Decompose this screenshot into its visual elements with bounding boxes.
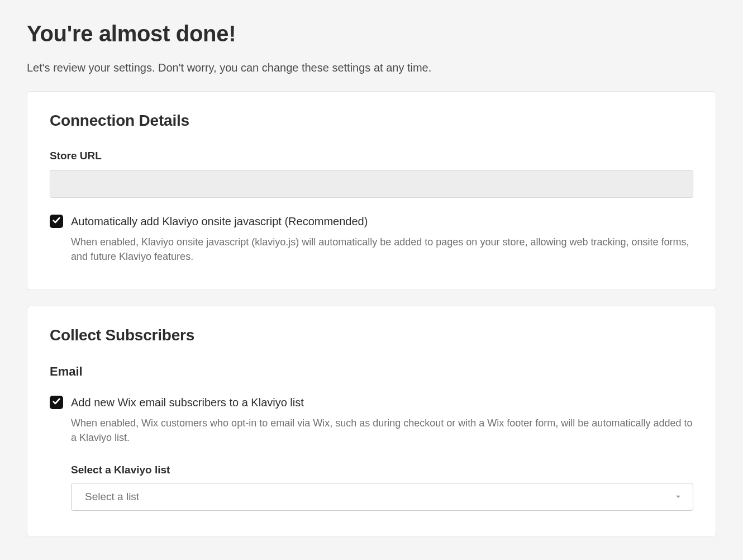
collect-subscribers-card: Collect Subscribers Email Add new Wix em…	[27, 306, 716, 537]
store-url-input[interactable]	[50, 170, 693, 198]
add-wix-description: When enabled, Wix customers who opt-in t…	[71, 416, 693, 445]
connection-details-title: Connection Details	[50, 112, 693, 130]
page-subtitle: Let's review your settings. Don't worry,…	[27, 60, 716, 75]
connection-details-card: Connection Details Store URL Automatical…	[27, 91, 716, 290]
auto-js-checkbox[interactable]	[50, 215, 63, 228]
klaviyo-list-select[interactable]: Select a list	[71, 483, 693, 511]
auto-js-label: Automatically add Klaviyo onsite javascr…	[71, 213, 693, 229]
page-title: You're almost done!	[27, 21, 716, 46]
checkmark-icon	[52, 216, 61, 227]
collect-subscribers-title: Collect Subscribers	[50, 326, 693, 344]
klaviyo-list-label: Select a Klaviyo list	[71, 464, 693, 476]
add-wix-checkbox[interactable]	[50, 396, 63, 409]
auto-js-row: Automatically add Klaviyo onsite javascr…	[50, 213, 693, 264]
email-section-heading: Email	[50, 364, 693, 379]
add-wix-row: Add new Wix email subscribers to a Klavi…	[50, 395, 693, 511]
auto-js-description: When enabled, Klaviyo onsite javascript …	[71, 235, 693, 264]
checkmark-icon	[52, 397, 61, 408]
store-url-label: Store URL	[50, 150, 693, 162]
add-wix-label: Add new Wix email subscribers to a Klavi…	[71, 395, 693, 410]
